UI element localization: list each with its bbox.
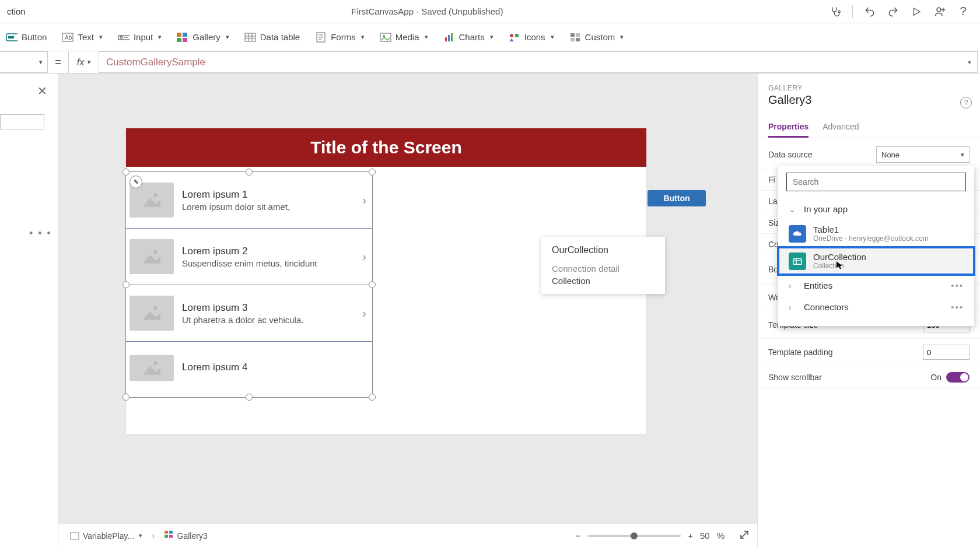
svg-rect-33: [570, 33, 575, 37]
gallery-row[interactable]: Lorem ipsum 4: [126, 342, 372, 394]
scrollbar-toggle[interactable]: [946, 372, 970, 383]
formula-bar: ▾ = fx▾ CustomGallerySample ▾: [0, 51, 980, 73]
insert-input[interactable]: Input▾: [117, 29, 163, 45]
chevron-right-icon[interactable]: ›: [362, 307, 366, 320]
fx-label[interactable]: fx▾: [69, 51, 99, 73]
redo-icon[interactable]: [887, 5, 900, 18]
formula-value: CustomGallerySample: [106, 57, 205, 68]
svg-point-43: [153, 361, 158, 365]
property-selector[interactable]: ▾: [0, 51, 48, 73]
resize-handle[interactable]: [123, 394, 130, 401]
zoom-percent: %: [717, 531, 724, 541]
chevron-down-icon: ▾: [39, 58, 43, 66]
resize-handle[interactable]: [369, 281, 376, 288]
breadcrumb-item[interactable]: Gallery3: [161, 528, 211, 543]
dropdown-value: None: [881, 150, 900, 159]
tooltip-title: OurCollection: [552, 245, 654, 255]
canvas[interactable]: Title of the Screen Button ✎ Lorem ipsum…: [58, 73, 757, 547]
breadcrumb-item[interactable]: VariablePlay... ▾: [66, 529, 146, 543]
onedrive-icon: [789, 225, 806, 243]
help-icon[interactable]: ?: [960, 97, 972, 108]
expand-icon[interactable]: ▾: [968, 58, 971, 66]
chevron-down-icon: ▾: [551, 33, 554, 41]
tab-advanced[interactable]: Advanced: [822, 117, 859, 138]
zoom-out-icon[interactable]: −: [575, 531, 580, 541]
svg-marker-32: [509, 38, 514, 41]
insert-datatable[interactable]: Data table: [243, 29, 301, 45]
prop-datasource: Data source None▾: [758, 141, 980, 169]
templatepadding-input[interactable]: [923, 345, 970, 360]
edit-pencil-icon[interactable]: ✎: [130, 176, 142, 188]
chevron-right-icon: ›: [789, 281, 798, 290]
titlebar: ction FirstCanvasApp - Saved (Unpublishe…: [0, 0, 980, 23]
svg-rect-6: [8, 36, 14, 38]
zoom-knob[interactable]: [631, 532, 638, 539]
resize-handle[interactable]: [246, 169, 253, 176]
chevron-down-icon: ▾: [139, 532, 142, 539]
row-title: Lorem ipsum 4: [182, 362, 366, 373]
insert-media[interactable]: Media▾: [379, 29, 429, 45]
insert-text[interactable]: Ab Text▾: [61, 29, 104, 45]
gallery-row[interactable]: Lorem ipsum 3Ut pharetra a dolor ac vehi…: [126, 285, 372, 342]
chevron-right-icon[interactable]: ›: [362, 250, 366, 264]
toggle-state: On: [930, 373, 942, 382]
canvas-button[interactable]: Button: [648, 190, 706, 206]
close-icon[interactable]: ✕: [37, 84, 47, 98]
fullscreen-icon[interactable]: [740, 530, 749, 541]
insert-button[interactable]: Button: [5, 29, 48, 45]
insert-gallery[interactable]: Gallery▾: [176, 29, 230, 45]
play-icon[interactable]: [910, 5, 923, 18]
prop-label: Show scrollbar: [768, 373, 822, 382]
zoom-slider[interactable]: [587, 535, 681, 537]
zoom-in-icon[interactable]: +: [688, 531, 693, 541]
prop-label: Template padding: [768, 348, 833, 357]
svg-rect-45: [71, 532, 79, 539]
gallery-row[interactable]: Lorem ipsum 2Suspendisse enim metus, tin…: [126, 229, 372, 285]
svg-rect-49: [169, 535, 173, 538]
undo-icon[interactable]: [863, 5, 876, 18]
chevron-down-icon: ▾: [158, 33, 162, 41]
resize-handle[interactable]: [369, 394, 376, 401]
tab-properties[interactable]: Properties: [768, 117, 808, 138]
row-title: Lorem ipsum 3: [182, 302, 354, 314]
ds-section-inapp[interactable]: ⌄ In your app: [778, 198, 974, 220]
resize-handle[interactable]: [123, 281, 130, 288]
svg-rect-31: [515, 34, 519, 37]
more-icon[interactable]: • • •: [29, 227, 52, 240]
resize-handle[interactable]: [246, 394, 253, 401]
insert-ribbon: Button Ab Text▾ Input▾ Gallery▾ Data tab…: [0, 23, 980, 51]
chevron-down-icon: ▾: [361, 33, 365, 41]
ds-section-label: In your app: [804, 204, 848, 214]
insert-icons[interactable]: Icons▾: [508, 29, 555, 45]
more-icon[interactable]: •••: [951, 302, 964, 312]
svg-point-39: [153, 250, 158, 254]
more-icon[interactable]: •••: [951, 280, 964, 290]
resize-handle[interactable]: [123, 169, 130, 176]
ds-item-table1[interactable]: Table1 OneDrive - henrylegge@outlook.com: [778, 220, 974, 247]
datasource-dropdown[interactable]: None▾: [876, 146, 970, 163]
datasource-picker: ⌄ In your app Table1 OneDrive - henryleg…: [778, 166, 974, 326]
share-icon[interactable]: [933, 5, 946, 18]
formula-input[interactable]: CustomGallerySample ▾: [99, 51, 978, 73]
help-icon[interactable]: ?: [957, 5, 970, 18]
stethoscope-icon[interactable]: [829, 5, 842, 18]
svg-rect-16: [245, 33, 256, 41]
insert-custom[interactable]: Custom▾: [568, 29, 625, 45]
ds-section-connectors[interactable]: › Connectors •••: [778, 296, 974, 318]
resize-handle[interactable]: [369, 169, 376, 176]
chevron-right-icon[interactable]: ›: [362, 194, 366, 207]
search-tree-input[interactable]: [0, 114, 44, 129]
svg-rect-28: [448, 35, 450, 41]
insert-charts[interactable]: Charts▾: [442, 29, 495, 45]
ds-item-ourcollection[interactable]: OurCollection Collection: [778, 247, 974, 275]
insert-icons-label: Icons: [524, 32, 545, 42]
cursor-icon: [836, 261, 845, 269]
svg-rect-36: [576, 38, 580, 41]
ds-section-entities[interactable]: › Entities •••: [778, 275, 974, 296]
svg-point-10: [120, 36, 123, 38]
insert-forms[interactable]: Forms▾: [314, 29, 366, 45]
chevron-down-icon: ▾: [425, 33, 428, 41]
gallery-row[interactable]: Lorem ipsum 1Lorem ipsum dolor sit amet,…: [126, 172, 372, 229]
ds-search-input[interactable]: [786, 173, 966, 191]
gallery3-control[interactable]: ✎ Lorem ipsum 1Lorem ipsum dolor sit ame…: [125, 171, 373, 398]
